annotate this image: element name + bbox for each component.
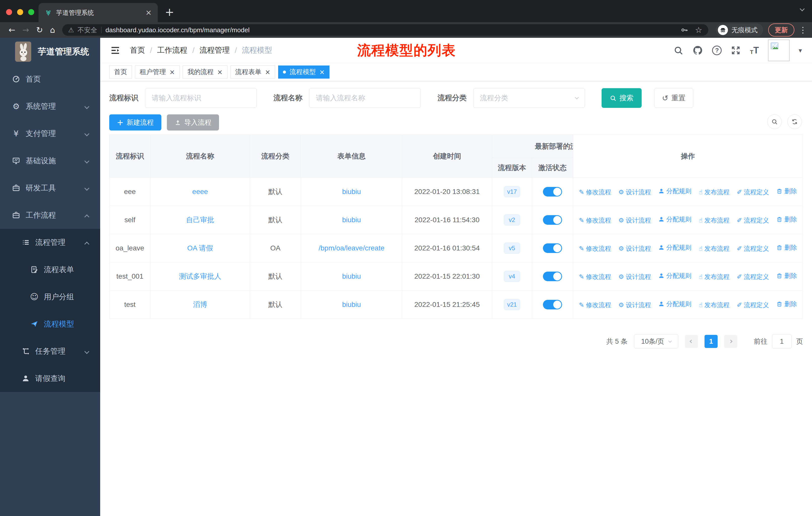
home-icon[interactable]: ⌂ <box>50 25 55 35</box>
tag-close-icon[interactable]: × <box>169 69 175 75</box>
avatar-caret-icon[interactable]: ▾ <box>799 47 802 54</box>
row-action-delete[interactable]: 删除 <box>776 215 797 223</box>
row-action-modify[interactable]: ✎修改流程 <box>579 188 611 196</box>
row-action-define[interactable]: ✐流程定义 <box>737 216 769 224</box>
version-badge[interactable]: v17 <box>504 186 520 197</box>
row-action-publish[interactable]: ☝发布流程 <box>699 273 729 281</box>
process-name-input[interactable]: 请输入流程名称 <box>309 88 421 108</box>
active-toggle[interactable] <box>543 272 562 281</box>
form-info-link[interactable]: biubiu <box>342 301 361 308</box>
version-badge[interactable]: v4 <box>504 271 520 282</box>
tag-view-首页[interactable]: 首页 × <box>109 65 132 79</box>
toggle-search-button[interactable] <box>767 114 782 129</box>
sidebar-item-infra[interactable]: 基础设施 <box>0 147 100 174</box>
process-name-link[interactable]: 测试多审批人 <box>179 272 221 280</box>
page-size-select[interactable]: 10条/页 <box>634 334 678 349</box>
row-action-modify[interactable]: ✎修改流程 <box>579 244 611 253</box>
sidebar-logo-row[interactable]: 芋道管理系统 <box>0 38 100 65</box>
row-action-delete[interactable]: 删除 <box>776 187 797 195</box>
browser-menu-icon[interactable]: ⋮ <box>799 25 807 35</box>
next-page-button[interactable] <box>724 335 737 348</box>
row-action-publish[interactable]: ☝发布流程 <box>699 301 729 309</box>
row-action-publish[interactable]: ☝发布流程 <box>699 244 729 253</box>
row-action-design[interactable]: ⚙设计流程 <box>618 216 651 224</box>
tag-view-流程表单[interactable]: 流程表单 × <box>231 65 276 79</box>
address-bar[interactable]: ⚠ 不安全 dashboard.yudao.iocoder.cn/bpm/man… <box>62 24 708 36</box>
create-process-button[interactable]: + 新建流程 <box>109 114 161 131</box>
row-action-assign[interactable]: 分配规则 <box>658 187 691 195</box>
row-action-define[interactable]: ✐流程定义 <box>737 273 769 281</box>
row-action-design[interactable]: ⚙设计流程 <box>618 273 651 281</box>
key-icon[interactable] <box>681 26 689 34</box>
forward-icon[interactable]: → <box>22 25 29 35</box>
row-action-define[interactable]: ✐流程定义 <box>737 188 769 196</box>
row-action-modify[interactable]: ✎修改流程 <box>579 273 611 281</box>
tag-view-租户管理[interactable]: 租户管理 × <box>135 65 180 79</box>
reset-button[interactable]: ↺ 重置 <box>654 88 693 108</box>
form-info-link[interactable]: biubiu <box>342 272 361 280</box>
browser-tab[interactable]: 芋道管理系统 × <box>38 3 158 22</box>
sidebar-item-process-mgmt[interactable]: 流程管理 <box>0 229 100 256</box>
row-action-define[interactable]: ✐流程定义 <box>737 301 769 309</box>
back-icon[interactable]: ← <box>8 25 16 35</box>
current-page[interactable]: 1 <box>704 335 718 348</box>
sidebar-item-payment[interactable]: ¥ 支付管理 <box>0 120 100 147</box>
zoom-window-button[interactable] <box>28 9 34 15</box>
row-action-delete[interactable]: 删除 <box>776 272 797 280</box>
row-action-modify[interactable]: ✎修改流程 <box>579 216 611 224</box>
form-info-link[interactable]: /bpm/oa/leave/create <box>319 244 385 252</box>
goto-page-input[interactable]: 1 <box>772 334 792 349</box>
tag-close-icon[interactable]: × <box>319 69 325 75</box>
fullscreen-icon[interactable] <box>731 45 741 55</box>
sidebar-item-task-mgmt[interactable]: 任务管理 <box>0 337 100 365</box>
row-action-delete[interactable]: 删除 <box>776 300 797 308</box>
row-action-design[interactable]: ⚙设计流程 <box>618 301 651 309</box>
search-button[interactable]: 搜索 <box>602 88 642 108</box>
tag-close-icon[interactable]: × <box>217 69 223 75</box>
sidebar-item-workflow[interactable]: 工作流程 <box>0 201 100 229</box>
sidebar-item-process-form[interactable]: 流程表单 <box>0 256 100 283</box>
active-toggle[interactable] <box>543 187 562 196</box>
sidebar-item-system[interactable]: ⚙ 系统管理 <box>0 93 100 120</box>
prev-page-button[interactable] <box>685 335 698 348</box>
refresh-button[interactable] <box>787 114 802 129</box>
row-action-assign[interactable]: 分配规则 <box>658 243 691 252</box>
tag-view-我的流程[interactable]: 我的流程 × <box>183 65 228 79</box>
sidebar-item-user-group[interactable]: ☺ 用户分组 <box>0 283 100 310</box>
close-window-button[interactable] <box>6 9 12 15</box>
row-action-assign[interactable]: 分配规则 <box>658 215 691 223</box>
form-info-link[interactable]: biubiu <box>342 216 361 224</box>
tab-close-icon[interactable]: × <box>145 9 152 17</box>
tag-view-流程模型[interactable]: 流程模型 × <box>278 65 329 79</box>
active-toggle[interactable] <box>543 243 562 253</box>
row-action-modify[interactable]: ✎修改流程 <box>579 301 611 309</box>
process-name-link[interactable]: 自己审批 <box>186 216 214 224</box>
active-toggle[interactable] <box>543 215 562 225</box>
tab-search-chevron-icon[interactable] <box>800 6 805 11</box>
sidebar-item-process-model[interactable]: 流程模型 <box>0 310 100 337</box>
help-icon[interactable] <box>712 46 722 55</box>
breadcrumb-item[interactable]: 工作流程 <box>157 45 187 55</box>
reload-icon[interactable]: ↻ <box>36 25 43 35</box>
url-text[interactable]: dashboard.yudao.iocoder.cn/bpm/manager/m… <box>106 26 250 34</box>
row-action-assign[interactable]: 分配规则 <box>658 300 691 308</box>
version-badge[interactable]: v5 <box>504 243 520 254</box>
tag-close-icon[interactable]: × <box>265 69 270 75</box>
version-badge[interactable]: v2 <box>504 214 520 225</box>
sidebar-item-devtools[interactable]: 研发工具 <box>0 174 100 201</box>
github-icon[interactable] <box>692 45 703 56</box>
row-action-define[interactable]: ✐流程定义 <box>737 244 769 253</box>
row-action-delete[interactable]: 删除 <box>776 243 797 252</box>
breadcrumb-item[interactable]: 首页 <box>130 45 145 55</box>
process-key-input[interactable]: 请输入流程标识 <box>145 88 257 108</box>
row-action-publish[interactable]: ☝发布流程 <box>699 216 729 224</box>
active-toggle[interactable] <box>543 300 562 309</box>
search-icon[interactable] <box>673 45 684 55</box>
process-category-select[interactable]: 流程分类 <box>473 88 585 108</box>
bookmark-star-icon[interactable]: ☆ <box>695 25 702 35</box>
minimize-window-button[interactable] <box>17 9 23 15</box>
process-name-link[interactable]: OA 请假 <box>187 244 213 252</box>
version-badge[interactable]: v21 <box>504 299 520 310</box>
hamburger-icon[interactable] <box>110 45 120 55</box>
breadcrumb[interactable]: 首页/工作流程/流程管理/流程模型 <box>130 45 272 55</box>
